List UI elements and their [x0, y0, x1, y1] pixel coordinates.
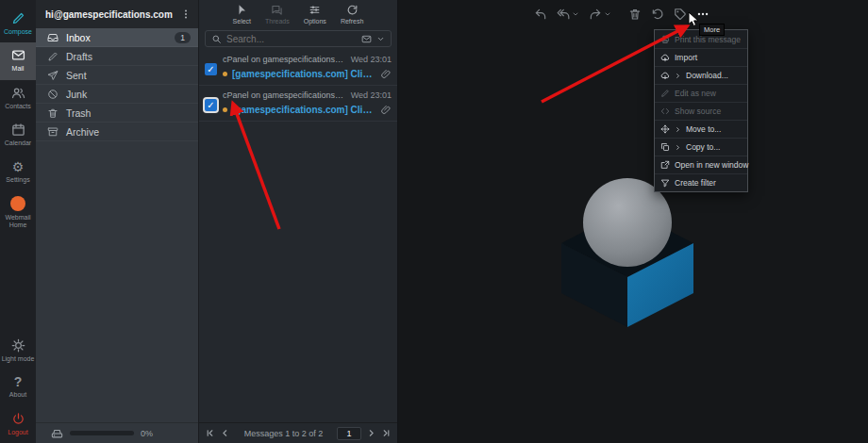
message-view	[398, 0, 868, 443]
taskbar-item-webmail-home[interactable]: Webmail Home	[0, 190, 36, 237]
pencil-icon	[660, 89, 670, 98]
quota-percent: 0%	[141, 429, 153, 438]
taskbar-item-calendar[interactable]: Calendar	[0, 117, 36, 154]
menu-item-copy-to[interactable]: Copy to...	[655, 138, 747, 156]
message-sender: cPanel on gamespecifications.com	[223, 90, 345, 100]
refresh-button[interactable]: Refresh	[341, 4, 364, 28]
folder-trash[interactable]: Trash	[36, 104, 198, 123]
folder-sent[interactable]: Sent	[36, 66, 198, 85]
reply-icon	[534, 8, 547, 21]
submenu-chevron-icon	[675, 144, 681, 151]
forward-button[interactable]	[589, 8, 611, 21]
attachment-icon	[381, 69, 392, 79]
folder-archive[interactable]: Archive	[36, 123, 198, 141]
delete-button[interactable]	[628, 8, 642, 21]
external-window-icon	[660, 160, 670, 170]
pointer-icon	[236, 4, 248, 16]
message-checkbox[interactable]	[205, 63, 217, 75]
cloud-upload-icon	[660, 53, 670, 62]
compose-label: Compose	[4, 28, 32, 36]
menu-item-open-in-new-window[interactable]: Open in new window	[655, 156, 747, 173]
pagination-label: Messages 1 to 2 of 2	[235, 429, 332, 438]
taskbar: Compose Mail Contacts Calendar ⚙ Setting…	[0, 0, 36, 443]
quota-bar	[70, 431, 134, 435]
refresh-icon	[346, 4, 359, 16]
list-toolbar: Select Threads Options Refresh	[199, 0, 397, 28]
light-mode-button[interactable]: Light mode	[0, 333, 36, 369]
mail-scope-icon[interactable]	[361, 34, 372, 44]
storage-quota: 0%	[36, 422, 198, 443]
printer-icon	[660, 35, 670, 44]
search-bar	[205, 30, 392, 47]
menu-item-import[interactable]: Import	[655, 48, 747, 66]
search-icon	[211, 34, 222, 44]
folder-list: Inbox 1 Drafts Sent Junk Trash Archiv	[36, 28, 198, 141]
compose-button[interactable]: Compose	[0, 6, 36, 42]
message-subject: [gamespecifications.com] Client configur…	[232, 69, 376, 79]
logout-button[interactable]: Logout	[0, 406, 36, 443]
account-name: hi@gamespecifications.com	[45, 9, 178, 20]
threads-icon	[271, 4, 283, 16]
menu-item-create-filter[interactable]: Create filter	[655, 173, 747, 191]
view-toolbar	[398, 0, 868, 28]
options-button[interactable]: Options	[304, 4, 326, 28]
message-list-panel: Select Threads Options Refresh	[198, 0, 398, 443]
reply-all-icon	[557, 8, 570, 21]
copy-icon	[660, 142, 670, 152]
chevron-down-icon[interactable]	[376, 35, 385, 43]
next-page-button[interactable]	[366, 428, 376, 438]
page-number-input[interactable]	[337, 427, 361, 440]
folder-inbox[interactable]: Inbox 1	[36, 28, 198, 47]
options-icon	[309, 4, 321, 16]
more-tooltip: More	[699, 24, 725, 36]
account-menu-button[interactable]	[178, 7, 193, 22]
trash-icon	[628, 8, 642, 21]
last-page-button[interactable]	[381, 428, 392, 438]
paper-plane-icon	[47, 70, 58, 81]
code-icon	[660, 107, 670, 116]
select-button[interactable]: Select	[233, 4, 251, 28]
mail-icon	[11, 48, 25, 62]
more-dropdown-menu: Print this message Import Download... Ed…	[654, 29, 748, 192]
unread-dot-icon	[223, 72, 227, 76]
unread-dot-icon	[223, 107, 227, 112]
menu-item-move-to[interactable]: Move to...	[655, 120, 747, 138]
first-page-button[interactable]	[205, 428, 215, 438]
question-icon: ?	[14, 375, 23, 388]
message-checkbox[interactable]	[205, 99, 217, 111]
account-header: hi@gamespecifications.com	[36, 0, 198, 28]
folder-drafts[interactable]: Drafts	[36, 47, 198, 66]
reply-all-button[interactable]	[557, 8, 579, 21]
move-icon	[660, 124, 670, 134]
prev-page-button[interactable]	[220, 428, 230, 438]
submenu-chevron-icon	[675, 126, 681, 133]
roundcube-logo-watermark	[398, 0, 868, 415]
taskbar-item-mail[interactable]: Mail	[0, 42, 36, 79]
taskbar-item-contacts[interactable]: Contacts	[0, 80, 36, 117]
chevron-down-icon	[572, 10, 579, 18]
trash-icon	[47, 107, 58, 119]
about-button[interactable]: ? About	[0, 369, 36, 405]
cpanel-home-icon	[10, 196, 25, 211]
unread-count-badge: 1	[175, 32, 191, 43]
folder-junk[interactable]: Junk	[36, 85, 198, 104]
search-input[interactable]	[226, 34, 357, 44]
message-row[interactable]: cPanel on gamespecifications.com Wed 23:…	[199, 50, 397, 86]
menu-item-edit-as-new: Edit as new	[655, 84, 747, 102]
more-button[interactable]	[696, 8, 709, 21]
pencil-square-icon	[11, 11, 25, 25]
kebab-menu-icon	[180, 8, 192, 20]
pagination-bar: Messages 1 to 2 of 2	[199, 422, 397, 443]
more-ellipsis-icon	[696, 8, 709, 21]
tags-button[interactable]	[674, 8, 687, 21]
taskbar-item-settings[interactable]: ⚙ Settings	[0, 155, 36, 190]
chevron-down-icon	[604, 10, 611, 18]
archive-icon	[47, 126, 58, 138]
reply-button[interactable]	[534, 8, 547, 21]
filter-icon	[660, 178, 670, 188]
taskbar-spacer	[0, 237, 36, 333]
restore-button[interactable]	[651, 8, 664, 21]
message-row[interactable]: cPanel on gamespecifications.com Wed 23:…	[199, 86, 397, 122]
menu-item-download[interactable]: Download...	[655, 66, 747, 84]
folders-panel: hi@gamespecifications.com Inbox 1 Drafts…	[36, 0, 198, 443]
